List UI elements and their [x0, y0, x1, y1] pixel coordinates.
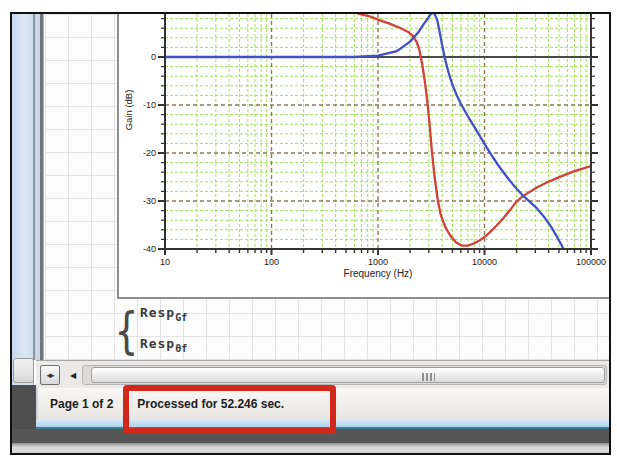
y-axis-title: Gain (dB) [123, 90, 134, 131]
x-tick-label: 10000 [472, 257, 497, 267]
thumb-grip-icon [422, 373, 435, 381]
plot-trace-legend[interactable]: { RespGf Respθf [115, 300, 187, 361]
split-arrows-icon: ◂▸ [46, 370, 53, 380]
x-tick-label: 100000 [576, 257, 606, 267]
legend-lines: RespGf Respθf [140, 300, 187, 361]
gain-plot-container: 101001000100001000000-10-20-30-40Gain (d… [117, 14, 609, 299]
y-tick-label: -40 [143, 244, 156, 254]
scroll-split-button[interactable]: ◂▸ [40, 365, 60, 385]
x-tick-label: 100 [264, 257, 279, 267]
x-axis-title: Frequency (Hz) [344, 268, 413, 279]
y-tick-label: -10 [143, 100, 156, 110]
left-arrow-icon: ◀ [70, 371, 76, 380]
gain-plot-svg: 101001000100001000000-10-20-30-40Gain (d… [119, 14, 609, 297]
left-margin-strip [12, 14, 34, 386]
page-edge-line [33, 14, 45, 360]
app-window: 101001000100001000000-10-20-30-40Gain (d… [10, 12, 611, 455]
legend-item-resp-thetaf: Respθf [140, 331, 187, 362]
legend-brace: { [115, 296, 138, 365]
legend-sub-thetaf: θf [175, 342, 187, 353]
desktop-light-band [12, 443, 609, 453]
y-tick-label: 0 [151, 52, 156, 62]
bottom-left-corner-button[interactable] [13, 358, 34, 383]
x-tick-label: 10 [160, 257, 170, 267]
annotation-red-rectangle [123, 385, 336, 434]
y-tick-label: -30 [143, 196, 156, 206]
scrollbar-thumb[interactable] [91, 367, 605, 383]
page-indicator: Page 1 of 2 [50, 397, 113, 411]
screenshot-root: 101001000100001000000-10-20-30-40Gain (d… [0, 0, 617, 463]
y-tick-label: -20 [143, 148, 156, 158]
legend-sub-gf: Gf [175, 312, 187, 323]
scrollbar-track[interactable] [82, 365, 607, 385]
x-tick-label: 1000 [368, 257, 388, 267]
legend-item-resp-gf: RespGf [140, 300, 187, 331]
scroll-left-button[interactable]: ◀ [66, 365, 80, 385]
horizontal-scrollbar: ◂▸ ◀ [36, 360, 609, 388]
